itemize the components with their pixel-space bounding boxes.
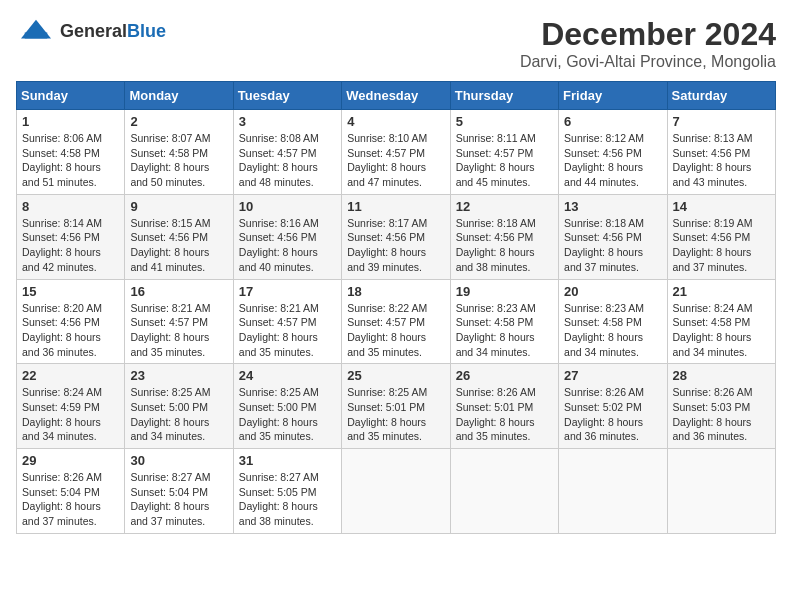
day-info: Sunrise: 8:10 AMSunset: 4:57 PMDaylight:… [347, 131, 444, 190]
day-info: Sunrise: 8:07 AMSunset: 4:58 PMDaylight:… [130, 131, 227, 190]
day-number: 14 [673, 199, 770, 214]
day-number: 26 [456, 368, 553, 383]
day-info: Sunrise: 8:26 AMSunset: 5:04 PMDaylight:… [22, 470, 119, 529]
day-info: Sunrise: 8:06 AMSunset: 4:58 PMDaylight:… [22, 131, 119, 190]
day-number: 15 [22, 284, 119, 299]
day-info: Sunrise: 8:24 AMSunset: 4:59 PMDaylight:… [22, 385, 119, 444]
day-info: Sunrise: 8:17 AMSunset: 4:56 PMDaylight:… [347, 216, 444, 275]
day-number: 3 [239, 114, 336, 129]
day-number: 29 [22, 453, 119, 468]
day-number: 19 [456, 284, 553, 299]
day-info: Sunrise: 8:11 AMSunset: 4:57 PMDaylight:… [456, 131, 553, 190]
calendar-cell [559, 449, 667, 534]
day-info: Sunrise: 8:24 AMSunset: 4:58 PMDaylight:… [673, 301, 770, 360]
day-info: Sunrise: 8:20 AMSunset: 4:56 PMDaylight:… [22, 301, 119, 360]
calendar-week-3: 15Sunrise: 8:20 AMSunset: 4:56 PMDayligh… [17, 279, 776, 364]
calendar-cell: 5Sunrise: 8:11 AMSunset: 4:57 PMDaylight… [450, 110, 558, 195]
header-saturday: Saturday [667, 82, 775, 110]
calendar-cell: 3Sunrise: 8:08 AMSunset: 4:57 PMDaylight… [233, 110, 341, 195]
day-info: Sunrise: 8:26 AMSunset: 5:03 PMDaylight:… [673, 385, 770, 444]
day-info: Sunrise: 8:18 AMSunset: 4:56 PMDaylight:… [456, 216, 553, 275]
header-sunday: Sunday [17, 82, 125, 110]
day-number: 10 [239, 199, 336, 214]
month-title: December 2024 [520, 16, 776, 53]
calendar-cell [667, 449, 775, 534]
calendar-week-1: 1Sunrise: 8:06 AMSunset: 4:58 PMDaylight… [17, 110, 776, 195]
day-number: 31 [239, 453, 336, 468]
calendar-cell: 30Sunrise: 8:27 AMSunset: 5:04 PMDayligh… [125, 449, 233, 534]
page-header: General Blue December 2024 Darvi, Govi-A… [16, 16, 776, 71]
calendar-cell: 19Sunrise: 8:23 AMSunset: 4:58 PMDayligh… [450, 279, 558, 364]
calendar-cell: 24Sunrise: 8:25 AMSunset: 5:00 PMDayligh… [233, 364, 341, 449]
calendar-cell: 16Sunrise: 8:21 AMSunset: 4:57 PMDayligh… [125, 279, 233, 364]
day-info: Sunrise: 8:22 AMSunset: 4:57 PMDaylight:… [347, 301, 444, 360]
calendar-cell: 13Sunrise: 8:18 AMSunset: 4:56 PMDayligh… [559, 194, 667, 279]
day-number: 30 [130, 453, 227, 468]
calendar-cell: 31Sunrise: 8:27 AMSunset: 5:05 PMDayligh… [233, 449, 341, 534]
calendar-cell: 29Sunrise: 8:26 AMSunset: 5:04 PMDayligh… [17, 449, 125, 534]
logo: General Blue [16, 16, 166, 46]
calendar-cell: 18Sunrise: 8:22 AMSunset: 4:57 PMDayligh… [342, 279, 450, 364]
day-info: Sunrise: 8:08 AMSunset: 4:57 PMDaylight:… [239, 131, 336, 190]
day-number: 16 [130, 284, 227, 299]
day-info: Sunrise: 8:21 AMSunset: 4:57 PMDaylight:… [239, 301, 336, 360]
day-number: 24 [239, 368, 336, 383]
day-number: 25 [347, 368, 444, 383]
calendar-cell: 14Sunrise: 8:19 AMSunset: 4:56 PMDayligh… [667, 194, 775, 279]
day-number: 5 [456, 114, 553, 129]
day-number: 22 [22, 368, 119, 383]
title-section: December 2024 Darvi, Govi-Altai Province… [520, 16, 776, 71]
calendar-cell: 4Sunrise: 8:10 AMSunset: 4:57 PMDaylight… [342, 110, 450, 195]
calendar-week-5: 29Sunrise: 8:26 AMSunset: 5:04 PMDayligh… [17, 449, 776, 534]
day-info: Sunrise: 8:26 AMSunset: 5:01 PMDaylight:… [456, 385, 553, 444]
header-tuesday: Tuesday [233, 82, 341, 110]
day-number: 23 [130, 368, 227, 383]
calendar-cell: 17Sunrise: 8:21 AMSunset: 4:57 PMDayligh… [233, 279, 341, 364]
calendar-cell: 12Sunrise: 8:18 AMSunset: 4:56 PMDayligh… [450, 194, 558, 279]
calendar-cell: 28Sunrise: 8:26 AMSunset: 5:03 PMDayligh… [667, 364, 775, 449]
day-info: Sunrise: 8:13 AMSunset: 4:56 PMDaylight:… [673, 131, 770, 190]
day-info: Sunrise: 8:25 AMSunset: 5:00 PMDaylight:… [239, 385, 336, 444]
header-friday: Friday [559, 82, 667, 110]
header-monday: Monday [125, 82, 233, 110]
day-info: Sunrise: 8:23 AMSunset: 4:58 PMDaylight:… [564, 301, 661, 360]
calendar-cell: 11Sunrise: 8:17 AMSunset: 4:56 PMDayligh… [342, 194, 450, 279]
day-number: 11 [347, 199, 444, 214]
calendar-cell: 22Sunrise: 8:24 AMSunset: 4:59 PMDayligh… [17, 364, 125, 449]
day-info: Sunrise: 8:12 AMSunset: 4:56 PMDaylight:… [564, 131, 661, 190]
calendar-cell: 20Sunrise: 8:23 AMSunset: 4:58 PMDayligh… [559, 279, 667, 364]
calendar-cell: 1Sunrise: 8:06 AMSunset: 4:58 PMDaylight… [17, 110, 125, 195]
day-number: 17 [239, 284, 336, 299]
calendar-week-2: 8Sunrise: 8:14 AMSunset: 4:56 PMDaylight… [17, 194, 776, 279]
logo-blue: Blue [127, 21, 166, 42]
day-number: 6 [564, 114, 661, 129]
day-number: 27 [564, 368, 661, 383]
header-wednesday: Wednesday [342, 82, 450, 110]
calendar-cell: 15Sunrise: 8:20 AMSunset: 4:56 PMDayligh… [17, 279, 125, 364]
calendar-table: SundayMondayTuesdayWednesdayThursdayFrid… [16, 81, 776, 534]
day-number: 1 [22, 114, 119, 129]
day-info: Sunrise: 8:21 AMSunset: 4:57 PMDaylight:… [130, 301, 227, 360]
day-info: Sunrise: 8:27 AMSunset: 5:05 PMDaylight:… [239, 470, 336, 529]
day-info: Sunrise: 8:15 AMSunset: 4:56 PMDaylight:… [130, 216, 227, 275]
day-number: 18 [347, 284, 444, 299]
day-info: Sunrise: 8:16 AMSunset: 4:56 PMDaylight:… [239, 216, 336, 275]
header-thursday: Thursday [450, 82, 558, 110]
day-number: 4 [347, 114, 444, 129]
calendar-cell: 10Sunrise: 8:16 AMSunset: 4:56 PMDayligh… [233, 194, 341, 279]
day-info: Sunrise: 8:25 AMSunset: 5:01 PMDaylight:… [347, 385, 444, 444]
day-info: Sunrise: 8:18 AMSunset: 4:56 PMDaylight:… [564, 216, 661, 275]
day-number: 28 [673, 368, 770, 383]
day-number: 12 [456, 199, 553, 214]
calendar-cell: 9Sunrise: 8:15 AMSunset: 4:56 PMDaylight… [125, 194, 233, 279]
day-number: 20 [564, 284, 661, 299]
day-info: Sunrise: 8:25 AMSunset: 5:00 PMDaylight:… [130, 385, 227, 444]
day-number: 13 [564, 199, 661, 214]
calendar-cell: 7Sunrise: 8:13 AMSunset: 4:56 PMDaylight… [667, 110, 775, 195]
day-number: 21 [673, 284, 770, 299]
day-number: 9 [130, 199, 227, 214]
calendar-cell: 21Sunrise: 8:24 AMSunset: 4:58 PMDayligh… [667, 279, 775, 364]
calendar-cell: 2Sunrise: 8:07 AMSunset: 4:58 PMDaylight… [125, 110, 233, 195]
calendar-cell: 25Sunrise: 8:25 AMSunset: 5:01 PMDayligh… [342, 364, 450, 449]
calendar-header-row: SundayMondayTuesdayWednesdayThursdayFrid… [17, 82, 776, 110]
